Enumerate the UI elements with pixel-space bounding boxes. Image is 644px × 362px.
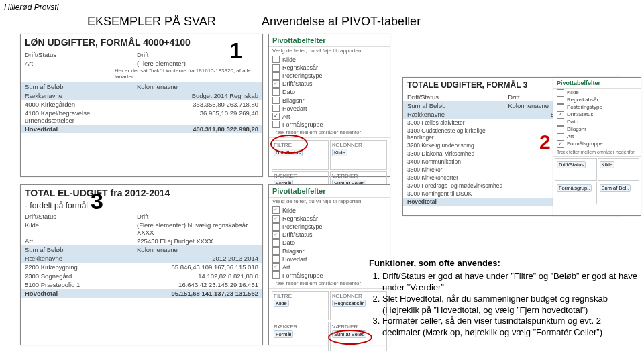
ex3-area-raekker[interactable]: RÆKKERFormål (272, 322, 329, 351)
ex3-pane-title: Pivottabelfelter (269, 185, 390, 198)
ex3-field-row-1[interactable]: ✓Regnskabsår (269, 215, 390, 223)
field-label: Drift/Status (282, 231, 313, 239)
checkbox-icon[interactable] (272, 239, 280, 247)
checkbox-icon[interactable] (557, 104, 564, 111)
ex3-tag-f[interactable]: Kilde (274, 300, 289, 307)
checkbox-icon[interactable]: ✓ (272, 215, 280, 223)
ex1-field-row-7[interactable]: ✓Art (269, 113, 390, 121)
ex2-area-filtre[interactable]: Drift/Status (555, 158, 597, 181)
ex3-tag-v[interactable]: Sum af Beløb (332, 330, 366, 338)
marker-3: 3 (91, 188, 103, 215)
field-label: Drift/Status (567, 111, 594, 119)
checkbox-icon[interactable] (557, 119, 564, 126)
ex2-field-row-6[interactable]: Art (553, 133, 641, 141)
ex3-field-row-4[interactable]: Dato (269, 239, 390, 247)
ex2-tag-f[interactable]: Drift/Status (557, 161, 586, 168)
ex3-field-row-2[interactable]: Posteringstype (269, 223, 390, 231)
checkbox-icon[interactable] (557, 89, 564, 97)
ex2-area-vaerdier[interactable]: Sum af Bel.. (598, 182, 640, 204)
ex3-a-rl: RÆKKER (274, 324, 327, 330)
ex1-a-vl: VÆRDIER (332, 173, 385, 179)
ex1-field-row-3[interactable]: ✓Drift/Status (269, 80, 390, 88)
field-label: Dato (282, 88, 295, 96)
ex1-tag-filtre[interactable]: Drift/Status (274, 149, 303, 156)
ex1-field-row-6[interactable]: Hovedart (269, 105, 390, 113)
ex2-field-row-7[interactable]: ✓Formålsgruppe (553, 141, 641, 148)
field-label: Art (282, 263, 290, 272)
ex1-field-row-0[interactable]: Kilde (269, 56, 390, 64)
ex2-tag-v[interactable]: Sum af Bel.. (600, 184, 631, 192)
checkbox-icon[interactable] (272, 97, 280, 104)
ex3-field-row-3[interactable]: ✓Drift/Status (269, 231, 390, 239)
title-pivot: Anvendelse af PIVOT-tabeller (262, 15, 421, 29)
ex1-field-row-5[interactable]: Bilagsnr (269, 97, 390, 105)
ex3-field-row-5[interactable]: Bilagsnr (269, 247, 390, 255)
field-label: Regnskabsår (567, 97, 598, 104)
ex2-area-kolonner[interactable]: Kilde (598, 158, 640, 181)
ex1-r4l: Rækkenavne (25, 92, 137, 99)
checkbox-icon[interactable]: ✓ (272, 113, 280, 120)
checkbox-icon[interactable] (272, 247, 280, 255)
ex2-cell-l: 3600 Kirkekoncerter (407, 174, 508, 181)
checkbox-icon[interactable]: ✓ (272, 80, 280, 88)
ex3-r9r: 95.151,68 141.137,23 131.562 (137, 290, 258, 297)
ex1-field-row-8[interactable]: Formålsgruppe (269, 121, 390, 129)
checkbox-icon[interactable] (272, 72, 280, 80)
checkbox-icon[interactable] (272, 272, 280, 279)
checkbox-icon[interactable] (272, 56, 280, 63)
checkbox-icon[interactable]: ✓ (557, 111, 564, 119)
ex2-draghint: Træk felter mellem områder nedenfor: (553, 148, 641, 156)
checkbox-icon[interactable] (272, 223, 280, 231)
ex1-r5r: 363.355,80 263.718,80 (137, 101, 258, 108)
ex1-field-row-2[interactable]: Posteringstype (269, 72, 390, 80)
field-label: Bilagsnr (567, 126, 586, 133)
ex3-tag-r[interactable]: Formål (274, 330, 293, 338)
checkbox-icon[interactable]: ✓ (272, 231, 280, 239)
checkbox-icon[interactable] (272, 88, 280, 96)
ex3-r6r: 65.846,43 109.167,06 115.018 (137, 263, 258, 271)
ex3-field-row-0[interactable]: ✓Kilde (269, 206, 390, 215)
slide-header: Hillerød Provsti (4, 3, 58, 12)
marker-2: 2 (539, 131, 551, 154)
ex3-r0r: Drift (137, 213, 258, 220)
checkbox-icon[interactable] (557, 126, 564, 133)
ex3-r8r: 16.643,42 23.145,29 16.451 (137, 281, 258, 288)
ex2-field-row-4[interactable]: Dato (553, 119, 641, 126)
ex2-field-row-5[interactable]: Bilagsnr (553, 126, 641, 133)
ex2-field-row-0[interactable]: Kilde (553, 89, 641, 97)
field-label: Formålsgruppe (282, 121, 323, 129)
checkbox-icon[interactable] (272, 64, 280, 72)
checkbox-icon[interactable] (557, 133, 564, 141)
ex1-tag-kol[interactable]: Kilde (332, 149, 347, 156)
ex1-title: LØN UDGIFTER, FORMÅL 4000+4100 (21, 34, 262, 50)
ex1-area-filtre[interactable]: FILTREDrift/Status (272, 140, 329, 170)
checkbox-icon[interactable]: ✓ (272, 206, 280, 214)
ex3-r4l: Sum af Beløb (25, 246, 137, 253)
ex2-field-row-2[interactable]: Posteringstype (553, 104, 641, 111)
ex2-field-row-1[interactable]: Regnskabsår (553, 97, 641, 104)
marker-1: 1 (229, 38, 242, 64)
checkbox-icon[interactable] (272, 105, 280, 112)
ex1-field-row-4[interactable]: Dato (269, 88, 390, 96)
ex1-field-row-1[interactable]: Regnskabsår (269, 64, 390, 72)
ex2-tag-r[interactable]: Formålsgrup.. (557, 184, 592, 192)
ex1-r6l: 4100 Kapel/begravelse, urnenedsættelser (25, 109, 137, 124)
field-label: Art (567, 133, 574, 141)
ex1-r5l: 4000 Kirkegården (25, 101, 137, 108)
checkbox-icon[interactable] (557, 97, 564, 104)
ex1-area-kolonner[interactable]: KOLONNERKilde (330, 140, 387, 170)
ex2-field-row-3[interactable]: ✓Drift/Status (553, 111, 641, 119)
ex1-draghint: Træk felter mellem områder nedenfor: (269, 129, 390, 137)
field-label: Regnskabsår (282, 215, 318, 223)
functions-list: Drift/Status er god at have under ”Filtr… (382, 271, 641, 339)
checkbox-icon[interactable]: ✓ (557, 141, 564, 148)
ex1-pane-title: Pivottabelfelter (269, 34, 390, 47)
checkbox-icon[interactable]: ✓ (272, 263, 280, 271)
ex3-area-filtre[interactable]: FILTREKilde (272, 291, 329, 320)
checkbox-icon[interactable] (272, 121, 280, 128)
ex2-tag-k[interactable]: Kilde (600, 161, 615, 168)
ex1-pane-hint: Vælg de felter, du vil føje til rapporte… (269, 47, 390, 56)
ex3-tag-k[interactable]: Regnskabsår (332, 300, 366, 307)
ex2-area-raekker[interactable]: Formålsgrup.. (555, 182, 597, 204)
checkbox-icon[interactable] (272, 255, 280, 263)
